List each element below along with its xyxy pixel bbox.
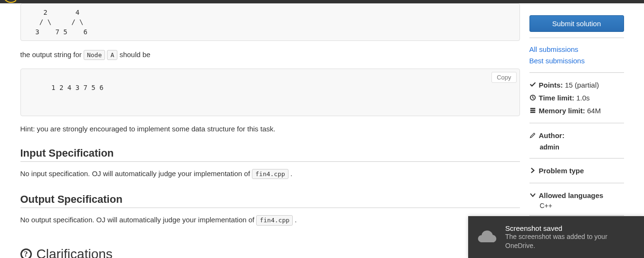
pencil-icon: [529, 132, 536, 139]
chevron-right-icon: [529, 167, 536, 174]
svg-rect-2: [530, 110, 535, 111]
copy-button[interactable]: Copy: [491, 72, 516, 83]
sentence-suffix: should be: [119, 50, 150, 59]
check-icon: [529, 81, 536, 88]
output-sentence: the output string for Node A should be: [20, 50, 520, 60]
filename-tag: fin4.cpp: [252, 169, 288, 179]
tree-diagram-block: 2 4 / \ / \ 3 7 5 6: [20, 3, 520, 41]
all-submissions-link[interactable]: All submissions: [529, 44, 624, 55]
author-link[interactable]: admin: [540, 142, 624, 152]
output-block: 1 2 4 3 7 5 6 Copy: [20, 69, 520, 116]
svg-rect-3: [530, 112, 535, 113]
output-spec-heading: Output Specification: [20, 193, 520, 206]
chevron-down-icon: [529, 192, 536, 198]
main-content: 2 4 / \ / \ 3 7 5 6 the output string fo…: [20, 3, 529, 258]
top-navbar: [0, 0, 644, 3]
submit-solution-button[interactable]: Submit solution: [529, 15, 624, 32]
screenshot-toast[interactable]: Screenshot saved The screenshot was adde…: [468, 216, 644, 258]
problem-type-row[interactable]: Problem type: [529, 164, 624, 177]
allowed-languages-value: C++: [529, 202, 624, 209]
server-icon: [529, 107, 536, 114]
points-row: Points: 15 (partial): [529, 79, 624, 91]
best-submissions-link[interactable]: Best submissions: [529, 55, 624, 67]
svg-rect-1: [530, 108, 535, 109]
filename-tag: fin4.cpp: [256, 215, 293, 226]
memory-row: Memory limit: 64M: [529, 104, 624, 117]
time-row: Time limit: 1.0s: [529, 91, 624, 104]
input-spec-heading: Input Specification: [20, 147, 520, 159]
allowed-languages-row[interactable]: Allowed languages: [529, 189, 624, 202]
output-spec-text: No output specification. OJ will automat…: [20, 215, 520, 226]
sentence-prefix: the output string for: [20, 50, 84, 59]
clarifications-heading: ? Clarifications: [20, 247, 113, 258]
author-row: Author:: [529, 129, 624, 142]
clock-icon: [529, 94, 536, 101]
toast-body: The screenshot was added to your OneDriv…: [505, 232, 635, 249]
hint-text: Hint: you are strongly encouraged to imp…: [20, 125, 520, 133]
a-tag: A: [107, 50, 117, 60]
cloud-icon: [477, 228, 498, 246]
output-value: 1 2 4 3 7 5 6: [51, 84, 104, 91]
site-logo-fragment: [0, 0, 16, 3]
input-spec-text: No input specification. OJ will automati…: [20, 169, 520, 179]
question-icon: ?: [20, 248, 32, 258]
node-tag: Node: [84, 50, 105, 60]
toast-title: Screenshot saved: [505, 224, 635, 232]
